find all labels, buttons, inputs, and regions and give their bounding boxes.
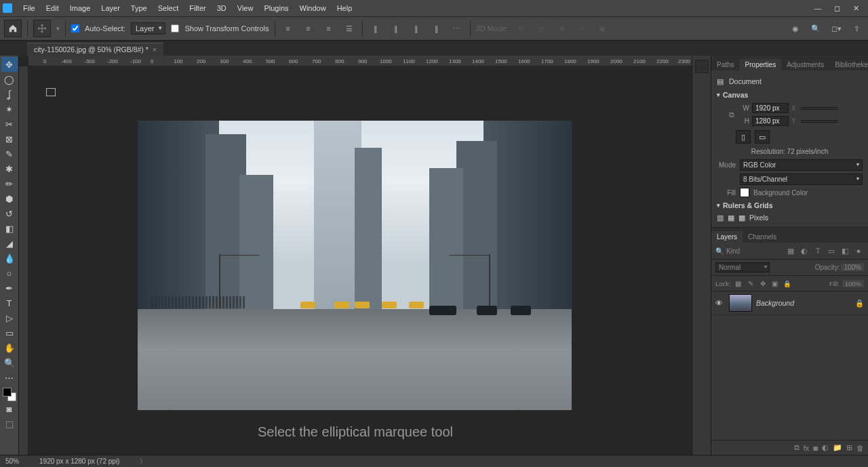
orientation-landscape-icon[interactable]: ▭ [755,130,770,144]
align-right-icon[interactable]: ≡ [321,21,336,36]
blend-mode-dropdown[interactable]: Normal [715,262,770,272]
menu-3d[interactable]: 3D [212,4,232,12]
menu-type[interactable]: Type [125,4,153,12]
filter-kind-label[interactable]: Kind [726,247,783,255]
edit-toolbar[interactable]: ⋯ [1,370,18,385]
color-mode-dropdown[interactable]: RGB Color [740,159,863,171]
filter-search-icon[interactable]: 🔍 [715,247,724,255]
home-button[interactable] [4,20,22,37]
menu-plugins[interactable]: Plugins [258,4,294,12]
layer-lock-icon[interactable]: 🔒 [855,299,864,308]
ruler-units-dropdown[interactable]: Pixels [749,214,790,222]
auto-select-checkbox[interactable] [71,24,79,33]
type-tool[interactable]: T [1,296,18,310]
opacity-value[interactable]: 100% [841,264,864,271]
tab-channels[interactable]: Channels [743,231,782,243]
distribute-v-icon[interactable]: ‖ [429,21,444,36]
menu-layer[interactable]: Layer [96,4,125,12]
distribute-h-icon[interactable]: ☰ [342,21,357,36]
orientation-portrait-icon[interactable]: ▯ [736,130,751,144]
layer-thumbnail[interactable] [729,294,752,312]
lock-position-icon[interactable]: ✥ [758,279,768,288]
fill-opacity-value[interactable]: 100% [842,280,864,287]
new-layer-icon[interactable]: ⊞ [846,443,852,452]
bit-depth-dropdown[interactable]: 8 Bits/Channel [740,174,863,185]
lock-transparency-icon[interactable]: ▦ [734,279,743,288]
document-tab[interactable]: city-1150026.jpg @ 50% (RGB/8#) * × [27,43,163,56]
menu-filter[interactable]: Filter [184,4,211,12]
color-swatches[interactable] [3,388,16,401]
lock-all-icon[interactable]: 🔒 [783,279,792,288]
marquee-tool[interactable]: ◯ [1,72,18,87]
window-close[interactable]: ✕ [846,1,865,15]
align-center-h-icon[interactable]: ≡ [301,21,316,36]
doc-dims-status[interactable]: 1920 px x 1280 px (72 ppi) [39,458,119,465]
brush-tool[interactable]: ✏ [1,176,18,191]
menu-view[interactable]: View [232,4,259,12]
guides-toggle-icon[interactable]: ▩ [738,214,745,222]
layer-style-icon[interactable]: fx [804,444,810,452]
tab-paths[interactable]: Paths [711,59,740,70]
filter-toggle-icon[interactable]: ● [853,245,864,256]
shape-tool[interactable]: ▭ [1,325,18,340]
align-center-v-icon[interactable]: ‖ [389,21,403,36]
grid-toggle-icon[interactable]: ▦ [728,214,734,222]
clone-stamp-tool[interactable]: ⬢ [1,191,18,206]
menu-image[interactable]: Image [64,4,96,12]
cloud-docs-icon[interactable]: ◉ [788,21,803,36]
tab-libraries[interactable]: Bibliotheken [829,59,868,70]
menu-help[interactable]: Help [332,4,358,12]
canvas-area[interactable]: 0 -400 -300 -200 -100 0 100 200 300 400 … [19,56,692,455]
height-input[interactable]: 1280 px [752,116,789,126]
pen-tool[interactable]: ✒ [1,281,18,296]
path-select-tool[interactable]: ▷ [1,310,18,325]
menu-select[interactable]: Select [153,4,184,12]
adjustment-layer-icon[interactable]: ◐ [822,443,829,452]
search-icon[interactable]: 🔍 [808,21,823,36]
collapsed-panel-icon[interactable] [695,60,709,73]
layer-item-background[interactable]: 👁 Background 🔒 [711,291,868,315]
auto-select-dropdown[interactable]: Layer [131,22,166,35]
menu-file[interactable]: File [18,4,41,12]
filter-type-icon[interactable]: T [812,245,823,256]
y-input[interactable] [801,120,837,123]
workspace-switcher-icon[interactable]: ◻▾ [829,21,844,36]
tab-properties[interactable]: Properties [740,59,782,70]
canvas-section-header[interactable]: Canvas [717,88,863,102]
align-top-icon[interactable]: ‖ [368,21,383,36]
screen-mode-tool[interactable]: ⬚ [1,416,18,431]
delete-layer-icon[interactable]: 🗑 [856,444,864,452]
current-tool-indicator[interactable] [33,20,51,37]
tab-adjustments[interactable]: Adjustments [781,59,829,70]
link-layers-icon[interactable]: ⧉ [794,443,800,452]
rulers-section-header[interactable]: Rulers & Grids [717,199,863,212]
layer-mask-icon[interactable]: ◙ [813,444,818,452]
spot-heal-tool[interactable]: ✱ [1,161,18,176]
more-align-icon[interactable]: ⋯ [450,21,465,36]
eraser-tool[interactable]: ◧ [1,221,18,236]
align-bottom-icon[interactable]: ‖ [409,21,424,36]
filter-shape-icon[interactable]: ▭ [826,245,837,256]
lasso-tool[interactable]: ʆ [1,87,18,102]
gradient-tool[interactable]: ◢ [1,236,18,251]
window-minimize[interactable]: — [808,1,827,15]
eyedropper-tool[interactable]: ✎ [1,146,18,161]
dodge-tool[interactable]: ○ [1,266,18,281]
layer-name-label[interactable]: Background [756,299,851,307]
foreground-swatch[interactable] [3,388,12,397]
layer-visibility-icon[interactable]: 👁 [715,299,725,307]
window-maximize[interactable]: ◻ [827,1,846,15]
zoom-level[interactable]: 50% [5,458,19,465]
crop-tool[interactable]: ✂ [1,117,18,131]
width-input[interactable]: 1920 px [752,103,789,113]
menu-window[interactable]: Window [294,4,332,12]
ruler-toggle-icon[interactable]: ▥ [717,214,724,222]
tab-layers[interactable]: Layers [711,231,743,243]
align-left-icon[interactable]: ≡ [281,21,296,36]
lock-artboard-icon[interactable]: ▣ [770,279,780,288]
x-input[interactable] [801,107,837,110]
quick-mask-tool[interactable]: ◙ [1,401,18,416]
move-tool[interactable]: ✥ [1,57,18,72]
blur-tool[interactable]: 💧 [1,251,18,266]
zoom-tool[interactable]: 🔍 [1,355,18,370]
